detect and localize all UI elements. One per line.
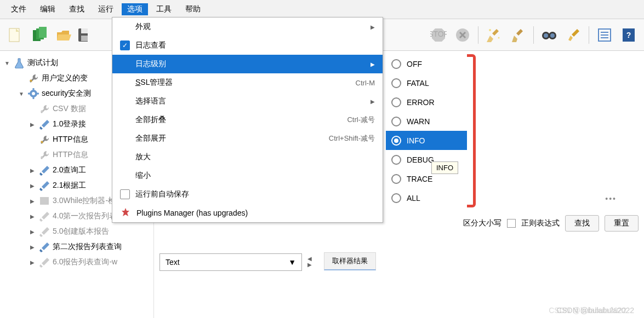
dropdown-item[interactable]: 放大 bbox=[112, 148, 383, 166]
menu-file[interactable]: 文件 bbox=[5, 3, 32, 15]
chevron-down-icon: ▼ bbox=[288, 258, 296, 267]
expand-icon[interactable]: ▶ bbox=[29, 183, 36, 189]
svg-text:?: ? bbox=[626, 31, 631, 39]
gear-icon bbox=[27, 88, 39, 100]
dropdown-item[interactable]: SSL管理器Ctrl-M bbox=[112, 73, 383, 92]
expand-icon[interactable]: ▼ bbox=[18, 91, 25, 97]
tooltip: INFO bbox=[431, 161, 458, 174]
menu-options[interactable]: 选项 bbox=[122, 3, 148, 15]
tree-item-label: 用户定义的变 bbox=[42, 73, 88, 83]
nav-arrows-icon[interactable]: ◀▶ bbox=[307, 256, 312, 268]
expand-icon[interactable]: ▶ bbox=[29, 244, 36, 250]
open-icon[interactable] bbox=[53, 24, 75, 46]
loglevel-option[interactable]: OFF bbox=[386, 54, 467, 73]
loglevel-label: ALL bbox=[407, 194, 420, 203]
radio-icon bbox=[391, 117, 401, 126]
watermark: CSDN @bulabula2022 bbox=[556, 306, 634, 315]
expand-icon[interactable]: ▶ bbox=[29, 198, 36, 204]
dropdown-item[interactable]: ✓日志查看 bbox=[112, 36, 383, 55]
loglevel-option[interactable]: WARN bbox=[386, 112, 467, 131]
loglevel-submenu: OFFFATALERRORWARNINFODEBUGTRACEALL bbox=[386, 54, 467, 207]
dropdown-item[interactable]: 缩小 bbox=[112, 166, 383, 185]
loglevel-label: INFO bbox=[407, 136, 425, 145]
svg-point-14 bbox=[544, 33, 548, 38]
expand-icon[interactable]: ▶ bbox=[29, 229, 36, 235]
radio-icon bbox=[391, 136, 401, 146]
dropdown-label: 运行前自动保存 bbox=[135, 189, 375, 199]
tree-item[interactable]: ▶5.0创建版本报告 bbox=[3, 224, 153, 239]
expand-icon[interactable]: ▼ bbox=[3, 60, 11, 66]
radio-icon bbox=[391, 174, 401, 184]
tree-root-label: 测试计划 bbox=[27, 58, 58, 68]
tree-item-label: security安全测 bbox=[42, 89, 91, 99]
radio-icon bbox=[391, 155, 401, 165]
svg-point-15 bbox=[550, 33, 555, 38]
broom-icon[interactable] bbox=[507, 24, 529, 46]
checkbox-icon: ✓ bbox=[120, 41, 130, 50]
help-icon[interactable]: ? bbox=[618, 24, 640, 46]
menu-find[interactable]: 查找 bbox=[64, 3, 90, 15]
format-combo[interactable]: Text ▼ bbox=[159, 253, 302, 271]
loglevel-option[interactable]: FATAL bbox=[386, 73, 467, 92]
dropdown-label: 缩小 bbox=[135, 171, 375, 181]
dropdown-label: SSL管理器 bbox=[135, 78, 350, 88]
block-icon bbox=[38, 195, 50, 207]
results-tab[interactable]: 取样器结果 bbox=[324, 252, 376, 270]
stop-icon[interactable]: STOP bbox=[428, 24, 449, 46]
menu-help[interactable]: 帮助 bbox=[180, 3, 206, 15]
dropdown-label: 全部展开 bbox=[135, 134, 323, 143]
sampler-icon bbox=[38, 226, 50, 238]
tree-item-label: 第二次报告列表查询 bbox=[53, 242, 122, 252]
loglevel-label: ERROR bbox=[407, 98, 435, 107]
svg-rect-28 bbox=[40, 197, 49, 205]
case-sensitive-label: 区分大小写 bbox=[463, 218, 501, 228]
expand-icon[interactable]: ▶ bbox=[29, 167, 36, 174]
sampler-icon bbox=[38, 241, 50, 253]
sampler-icon bbox=[38, 256, 50, 268]
menu-edit[interactable]: 编辑 bbox=[35, 3, 61, 15]
binoculars-icon[interactable] bbox=[538, 24, 560, 46]
loglevel-option[interactable]: INFO bbox=[386, 131, 467, 150]
tree-item[interactable]: ▶6.0报告列表查询-w bbox=[3, 255, 153, 270]
brush-icon[interactable] bbox=[562, 24, 584, 46]
list-icon[interactable] bbox=[594, 24, 615, 46]
regex-checkbox[interactable] bbox=[507, 219, 516, 228]
tree-item-label: 5.0创建版本报告 bbox=[53, 227, 109, 236]
radio-icon bbox=[391, 97, 401, 107]
save-icon[interactable] bbox=[77, 24, 88, 46]
plugins-icon bbox=[120, 207, 131, 218]
sweep-icon[interactable] bbox=[483, 24, 505, 46]
find-button[interactable]: 查找 bbox=[565, 215, 599, 232]
dropdown-item[interactable]: 日志级别▶ bbox=[112, 55, 383, 73]
loglevel-option[interactable]: ALL bbox=[386, 188, 467, 207]
shortcut-label: Ctrl-M bbox=[356, 79, 375, 87]
menu-tools[interactable]: 工具 bbox=[151, 3, 177, 15]
dropdown-label: 全部折叠 bbox=[135, 115, 341, 125]
tree-item-label: HTTP信息 bbox=[53, 135, 88, 144]
flask-icon bbox=[13, 57, 25, 69]
shortcut-label: Ctrl+Shift-减号 bbox=[329, 134, 375, 143]
dropdown-item[interactable]: 全部折叠Ctrl-减号 bbox=[112, 111, 383, 129]
dropdown-item[interactable]: 选择语言▶ bbox=[112, 92, 383, 111]
wrench-icon bbox=[38, 149, 50, 161]
dropdown-item[interactable]: 外观▶ bbox=[112, 18, 383, 36]
more-icon[interactable]: ••• bbox=[605, 194, 617, 203]
radio-icon bbox=[391, 78, 401, 88]
cancel-icon[interactable] bbox=[452, 24, 474, 46]
tree-item-label: 1.0登录接 bbox=[53, 119, 86, 129]
tree-item[interactable]: ▶第二次报告列表查询 bbox=[3, 239, 153, 255]
dropdown-item[interactable]: 运行前自动保存 bbox=[112, 185, 383, 204]
templates-icon[interactable] bbox=[29, 24, 50, 46]
expand-icon[interactable]: ▶ bbox=[29, 213, 36, 219]
dropdown-item[interactable]: 全部展开Ctrl+Shift-减号 bbox=[112, 129, 383, 148]
new-file-icon[interactable] bbox=[4, 24, 26, 46]
reset-button[interactable]: 重置 bbox=[605, 215, 639, 232]
tree-item-label: 2.1根据工 bbox=[53, 181, 86, 190]
loglevel-option[interactable]: ERROR bbox=[386, 92, 467, 112]
sampler-icon bbox=[38, 210, 50, 222]
expand-icon[interactable]: ▶ bbox=[29, 259, 36, 265]
options-dropdown: 外观▶✓日志查看日志级别▶SSL管理器Ctrl-M选择语言▶全部折叠Ctrl-减… bbox=[112, 17, 383, 223]
menu-run[interactable]: 运行 bbox=[93, 3, 119, 15]
dropdown-item[interactable]: Plugins Manager (has upgrades) bbox=[112, 204, 383, 222]
expand-icon[interactable]: ▶ bbox=[29, 122, 36, 128]
